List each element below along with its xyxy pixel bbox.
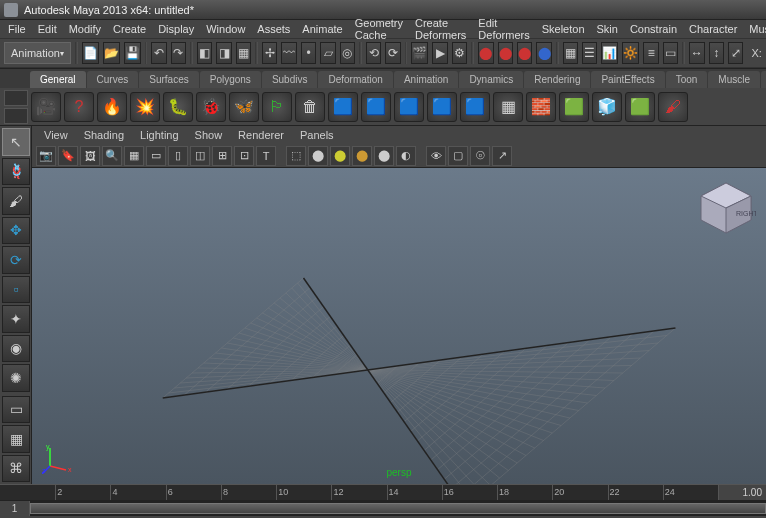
- redo-button[interactable]: ↷: [171, 42, 186, 64]
- vp-safe-title[interactable]: T: [256, 146, 276, 166]
- select-object-button[interactable]: ◨: [216, 42, 231, 64]
- shelf-icon[interactable]: 🟩: [559, 92, 589, 122]
- shelf-icon[interactable]: 🔥: [97, 92, 127, 122]
- select-hierarchy-button[interactable]: ◧: [197, 42, 212, 64]
- select-tool[interactable]: ↖: [2, 128, 30, 156]
- history-toggle-button[interactable]: ⟳: [385, 42, 400, 64]
- rotate-tool[interactable]: ⟳: [2, 246, 30, 274]
- shelf-tab-fluids[interactable]: Fluids: [761, 71, 766, 88]
- vp-gate-mask[interactable]: ◫: [190, 146, 210, 166]
- shelf-icon[interactable]: 🧱: [526, 92, 556, 122]
- paint-select-tool[interactable]: 🖌: [2, 187, 30, 215]
- shelf-icon[interactable]: 🟦: [328, 92, 358, 122]
- menu-geometry-cache[interactable]: Geometry Cache: [349, 15, 409, 43]
- shelf-tab-rendering[interactable]: Rendering: [524, 71, 590, 88]
- shelf-tab-general[interactable]: General: [30, 71, 86, 88]
- shelf-control[interactable]: [4, 90, 28, 124]
- input-x-button[interactable]: ↔: [689, 42, 704, 64]
- menu-muscle[interactable]: Muscle: [743, 21, 766, 37]
- input-y-button[interactable]: ↕: [709, 42, 724, 64]
- single-pane-layout[interactable]: ▭: [2, 396, 30, 424]
- four-pane-layout[interactable]: ▦: [2, 425, 30, 453]
- graph-button[interactable]: 📊: [601, 42, 618, 64]
- shelf-icon[interactable]: 🟩: [625, 92, 655, 122]
- select-component-button[interactable]: ▦: [236, 42, 251, 64]
- vp-2d-zoom[interactable]: 🔍: [102, 146, 122, 166]
- shelf-icon[interactable]: 🖌: [658, 92, 688, 122]
- vp-bookmark[interactable]: 🔖: [58, 146, 78, 166]
- vp-renderer[interactable]: Renderer: [230, 127, 292, 143]
- magnet-off-button[interactable]: ⬤: [536, 42, 551, 64]
- vp-xray[interactable]: ▢: [448, 146, 468, 166]
- open-scene-button[interactable]: 📂: [103, 42, 120, 64]
- shelf-tab-dynamics[interactable]: Dynamics: [459, 71, 523, 88]
- shelf-icon[interactable]: 🟦: [460, 92, 490, 122]
- range-bar[interactable]: [30, 503, 766, 514]
- shelf-tab-surfaces[interactable]: Surfaces: [139, 71, 198, 88]
- render-button[interactable]: 🎬: [411, 42, 428, 64]
- universal-manipulator-tool[interactable]: ✦: [2, 305, 30, 333]
- shelf-icon[interactable]: 🟦: [361, 92, 391, 122]
- vp-shadows[interactable]: ⬤: [374, 146, 394, 166]
- shelf-icon[interactable]: 🧊: [592, 92, 622, 122]
- undo-button[interactable]: ↶: [151, 42, 166, 64]
- vp-field-chart[interactable]: ⊞: [212, 146, 232, 166]
- shelf-tab-subdivs[interactable]: Subdivs: [262, 71, 318, 88]
- shelf-icon[interactable]: 🦋: [229, 92, 259, 122]
- vp-image-plane[interactable]: 🖼: [80, 146, 100, 166]
- shelf-icon[interactable]: 🟦: [427, 92, 457, 122]
- vp-wireframe[interactable]: ⬚: [286, 146, 306, 166]
- menu-skin[interactable]: Skin: [591, 21, 624, 37]
- menu-character[interactable]: Character: [683, 21, 743, 37]
- lasso-tool[interactable]: 🪢: [2, 158, 30, 186]
- soft-mod-tool[interactable]: ◉: [2, 335, 30, 363]
- time-track[interactable]: 24681012141618202224: [0, 485, 718, 500]
- shelf-tab-deformation[interactable]: Deformation: [318, 71, 392, 88]
- input-z-button[interactable]: ⤢: [728, 42, 743, 64]
- shelf-tab-painteffects[interactable]: PaintEffects: [591, 71, 664, 88]
- menu-assets[interactable]: Assets: [251, 21, 296, 37]
- module-selector[interactable]: Animation: [4, 42, 71, 64]
- scale-tool[interactable]: ▫: [2, 276, 30, 304]
- shelf-icon[interactable]: 🗑: [295, 92, 325, 122]
- vp-resolution-gate[interactable]: ▯: [168, 146, 188, 166]
- vp-shading[interactable]: Shading: [76, 127, 132, 143]
- shelf-icon[interactable]: 🐛: [163, 92, 193, 122]
- shelf-icon[interactable]: ?: [64, 92, 94, 122]
- vp-hq[interactable]: ◐: [396, 146, 416, 166]
- vp-show[interactable]: Show: [187, 127, 231, 143]
- menu-skeleton[interactable]: Skeleton: [536, 21, 591, 37]
- vp-film-gate[interactable]: ▭: [146, 146, 166, 166]
- shelf-tab-animation[interactable]: Animation: [394, 71, 458, 88]
- shelf-tab-toon[interactable]: Toon: [666, 71, 708, 88]
- vp-view[interactable]: View: [36, 127, 76, 143]
- vp-grid[interactable]: ▦: [124, 146, 144, 166]
- shelf-icon[interactable]: 🎥: [31, 92, 61, 122]
- vp-lighting[interactable]: Lighting: [132, 127, 187, 143]
- viewport[interactable]: RIGHT x y z persp: [32, 168, 766, 484]
- vp-panels[interactable]: Panels: [292, 127, 342, 143]
- show-manipulator-tool[interactable]: ✺: [2, 364, 30, 392]
- vp-safe-action[interactable]: ⊡: [234, 146, 254, 166]
- menu-edit[interactable]: Edit: [32, 21, 63, 37]
- save-scene-button[interactable]: 💾: [124, 42, 141, 64]
- start-frame-field[interactable]: 1: [0, 501, 30, 516]
- magnet-z-button[interactable]: ⬤: [517, 42, 532, 64]
- outliner-button[interactable]: ☰: [582, 42, 597, 64]
- new-scene-button[interactable]: 📄: [82, 42, 99, 64]
- uv-button[interactable]: ▭: [663, 42, 678, 64]
- menu-edit-deformers[interactable]: Edit Deformers: [472, 15, 535, 43]
- vp-lights[interactable]: ⬤: [352, 146, 372, 166]
- menu-create-deformers[interactable]: Create Deformers: [409, 15, 472, 43]
- snap-live-button[interactable]: ◎: [340, 42, 355, 64]
- shelf-tab-curves[interactable]: Curves: [87, 71, 139, 88]
- custom-layout[interactable]: ⌘: [2, 455, 30, 483]
- time-slider[interactable]: 24681012141618202224 1.00: [0, 484, 766, 500]
- menu-file[interactable]: File: [2, 21, 32, 37]
- vp-isolate[interactable]: 👁: [426, 146, 446, 166]
- menu-create[interactable]: Create: [107, 21, 152, 37]
- snap-curve-button[interactable]: 〰: [281, 42, 296, 64]
- move-tool[interactable]: ✥: [2, 217, 30, 245]
- snap-plane-button[interactable]: ▱: [320, 42, 335, 64]
- vp-textured[interactable]: ⬤: [330, 146, 350, 166]
